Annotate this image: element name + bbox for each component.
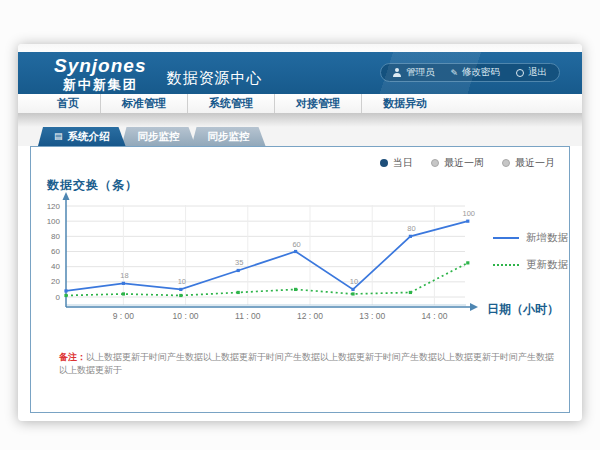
window-top-strip: [18, 44, 582, 52]
power-icon: [516, 69, 524, 77]
svg-text:120: 120: [47, 202, 61, 211]
svg-text:20: 20: [51, 277, 60, 286]
tab-label: 同步监控: [208, 127, 250, 146]
legend-label: 更新数据: [526, 258, 568, 272]
svg-text:13 : 00: 13 : 00: [359, 311, 385, 321]
change-password-button[interactable]: ✎ 修改密码: [450, 66, 500, 79]
legend-label: 新增数据: [526, 231, 568, 245]
main-nav: 首页 标准管理 系统管理 对接管理 数据异动: [18, 94, 582, 113]
svg-text:9 : 00: 9 : 00: [113, 311, 135, 321]
svg-text:12 : 00: 12 : 00: [297, 311, 323, 321]
nav-item-data-change[interactable]: 数据异动: [361, 94, 448, 113]
line-chart: 0204060801001209 : 0010 : 0011 : 0012 : …: [41, 191, 501, 331]
filter-label: 当日: [393, 156, 413, 170]
filter-last-month[interactable]: 最近一月: [502, 156, 555, 170]
tab-label: 同步监控: [138, 127, 180, 146]
footnote-text: 以上数据更新于时间产生数据以上数据更新于时间产生数据以上数据更新于时间产生数据以…: [59, 352, 554, 375]
nav-item-system-mgmt[interactable]: 系统管理: [187, 94, 274, 113]
main-window: Synjones 新中新集团 数据资源中心 管理员 ✎ 修改密码 退出 首页 标…: [18, 44, 582, 421]
svg-text:100: 100: [463, 209, 476, 218]
logo-text-cn: 新中新集团: [54, 78, 146, 91]
nav-item-home[interactable]: 首页: [36, 94, 100, 113]
admin-label: 管理员: [406, 66, 435, 79]
tab-system-intro[interactable]: ▤ 系统介绍: [38, 127, 126, 146]
user-icon: [393, 68, 402, 77]
radio-selected-icon: [380, 159, 388, 167]
filter-today[interactable]: 当日: [380, 156, 413, 170]
legend-item-new-data: 新增数据: [493, 231, 568, 245]
svg-text:100: 100: [47, 217, 61, 226]
time-range-filters: 当日 最近一周 最近一月: [380, 156, 555, 170]
chart-legend: 新增数据 更新数据: [493, 231, 568, 272]
footnote-prefix: 备注：: [59, 352, 86, 362]
logout-button[interactable]: 退出: [516, 66, 547, 79]
chart-x-axis-title: 日期（小时）: [487, 301, 559, 318]
footnote: 备注：以上数据更新于时间产生数据以上数据更新于时间产生数据以上数据更新于时间产生…: [59, 351, 554, 376]
radio-icon: [502, 159, 510, 167]
svg-text:80: 80: [407, 224, 415, 233]
app-header: Synjones 新中新集团 数据资源中心 管理员 ✎ 修改密码 退出: [18, 52, 582, 94]
tab-sync-monitor-1[interactable]: 同步监控: [122, 127, 196, 146]
change-password-label: 修改密码: [462, 66, 500, 79]
filter-label: 最近一月: [515, 156, 555, 170]
logo-text-en: Synjones: [54, 56, 146, 75]
filter-label: 最近一周: [444, 156, 484, 170]
tab-sync-monitor-2[interactable]: 同步监控: [192, 127, 266, 146]
nav-item-standard-mgmt[interactable]: 标准管理: [100, 94, 187, 113]
svg-text:35: 35: [235, 258, 243, 267]
legend-item-updated-data: 更新数据: [493, 258, 568, 272]
admin-button[interactable]: 管理员: [393, 66, 435, 79]
svg-text:60: 60: [292, 240, 300, 249]
company-logo: Synjones 新中新集团: [54, 56, 146, 91]
svg-text:18: 18: [120, 271, 128, 280]
page-title: 数据资源中心: [166, 69, 262, 88]
svg-text:10: 10: [350, 277, 358, 286]
logout-label: 退出: [528, 66, 547, 79]
user-menu: 管理员 ✎ 修改密码 退出: [380, 63, 560, 82]
legend-line-dotted: [493, 264, 519, 266]
tab-bar: ▤ 系统介绍 同步监控 同步监控: [18, 127, 582, 146]
divider-band: [18, 113, 582, 127]
filter-last-week[interactable]: 最近一周: [431, 156, 484, 170]
svg-text:80: 80: [51, 232, 60, 241]
content-panel: 当日 最近一周 最近一月 数据交换（条） 0204060801001209 : …: [30, 146, 570, 413]
document-icon: ▤: [54, 132, 63, 141]
legend-line-solid: [493, 237, 519, 239]
nav-item-interface-mgmt[interactable]: 对接管理: [274, 94, 361, 113]
edit-icon: ✎: [450, 68, 458, 78]
svg-text:60: 60: [51, 247, 60, 256]
svg-text:10 : 00: 10 : 00: [173, 311, 199, 321]
tab-label: 系统介绍: [68, 127, 110, 146]
svg-text:14 : 00: 14 : 00: [421, 311, 447, 321]
svg-text:11 : 00: 11 : 00: [235, 311, 261, 321]
svg-text:10: 10: [178, 277, 186, 286]
radio-icon: [431, 159, 439, 167]
svg-text:0: 0: [56, 293, 61, 302]
svg-text:40: 40: [51, 262, 60, 271]
